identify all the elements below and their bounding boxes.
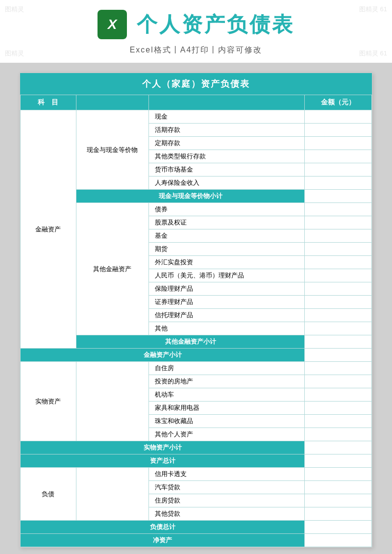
item-cash: 现金 [148,110,305,124]
net-assets-label: 净资产 [21,534,305,547]
amount-cell [305,256,372,269]
watermark-br: 图精灵 61 [359,49,387,58]
item-fixed-deposit: 定期存款 [148,137,305,150]
item-other-personal: 其他个人资产 [148,428,305,441]
item-stocks: 股票及权证 [148,216,305,229]
amount-cell [305,163,372,176]
doc-title: 个人（家庭）资产负债表 [20,73,372,95]
item-motor-vehicle: 机动车 [148,388,305,402]
excel-logo-text: X [108,17,117,32]
amount-cell [305,402,372,415]
item-life-insurance: 人寿保险金收入 [148,176,305,190]
subtotal-financial-amount [305,349,372,362]
amount-cell [305,362,372,375]
amount-cell [305,375,372,388]
subcategory-other-financial: 其他金融资产 [76,203,148,335]
subtotal-other-financial-amount [305,335,372,349]
amount-cell [305,216,372,229]
item-other-loans: 其他贷款 [148,507,305,521]
amount-cell [305,468,372,481]
amount-cell [305,494,372,507]
col-header-amount: 金额（元） [305,95,372,110]
table-row: 金融资产 现金与现金等价物 现金 [21,110,372,124]
subtotal-cash-amount [305,190,372,203]
category-liabilities: 负债 [21,468,76,521]
category-physical: 实物资产 [21,362,76,441]
amount-cell [305,229,372,243]
amount-cell [305,322,372,335]
amount-cell [305,203,372,216]
col-header-item [148,95,305,110]
item-securities-products: 证券理财产品 [148,296,305,309]
subtotal-financial-label: 金融资产小计 [21,349,305,362]
item-investment-property: 投资的房地产 [148,375,305,388]
amount-cell [305,137,372,150]
excel-logo: X [98,10,127,39]
item-other-financial: 其他 [148,322,305,335]
total-assets-row: 资产总计 [21,454,372,468]
net-assets-row: 净资产 [21,534,372,547]
table-row: 实物资产 自住房 [21,362,372,375]
document-wrapper: 个人（家庭）资产负债表 科 目 金额（元） 金融资产 现金与现金等价物 现金 活… [20,73,372,548]
item-rmb-products: 人民币（美元、港币）理财产品 [148,269,305,282]
item-insurance-products: 保险理财产品 [148,282,305,296]
amount-cell [305,150,372,163]
amount-cell [305,296,372,309]
amount-cell [305,176,372,190]
subtotal-other-financial-label: 其他金融资产小计 [76,335,305,349]
subtotal-physical-label: 实物资产小计 [21,441,305,454]
net-assets-amount [305,534,372,547]
col-header-category: 科 目 [21,95,76,110]
amount-cell [305,428,372,441]
main-title: 个人资产负债表 [137,11,294,38]
total-liabilities-row: 负债总计 [21,521,372,534]
amount-cell [305,282,372,296]
total-liabilities-label: 负债总计 [21,521,305,534]
amount-cell [305,481,372,494]
subcategory-cash: 现金与现金等价物 [76,110,148,190]
amount-cell [305,415,372,428]
subcategory-liabilities [76,468,148,521]
balance-sheet-table: 科 目 金额（元） 金融资产 现金与现金等价物 现金 活期存款 定期存款 [20,95,372,547]
amount-cell [305,124,372,137]
subtotal-financial-row: 金融资产小计 [21,349,372,362]
item-trust-products: 信托理财产品 [148,309,305,322]
subtotal-physical-amount [305,441,372,454]
col-header-subcategory [76,95,148,110]
item-funds: 基金 [148,229,305,243]
amount-cell [305,309,372,322]
item-mortgage: 住房贷款 [148,494,305,507]
item-own-house: 自住房 [148,362,305,375]
subtotal-physical-row: 实物资产小计 [21,441,372,454]
table-row: 负债 信用卡透支 [21,468,372,481]
subcategory-physical [76,362,148,441]
total-assets-label: 资产总计 [21,454,305,468]
amount-cell [305,243,372,256]
header-section: 图精灵 图精灵 61 X 个人资产负债表 Excel格式丨A4打印丨内容可修改 … [0,0,392,63]
item-furniture: 家具和家用电器 [148,402,305,415]
subtotal-cash-label: 现金与现金等价物小计 [76,190,305,203]
item-futures: 期货 [148,243,305,256]
item-jewelry: 珠宝和收藏品 [148,415,305,428]
item-money-market: 货币市场基金 [148,163,305,176]
item-demand-deposit: 活期存款 [148,124,305,137]
total-liabilities-amount [305,521,372,534]
amount-cell [305,507,372,521]
category-financial: 金融资产 [21,110,76,349]
amount-cell [305,269,372,282]
watermark-tr: 图精灵 61 [359,5,387,14]
item-bonds: 债券 [148,203,305,216]
header-top: X 个人资产负债表 [98,10,294,39]
watermark-bl: 图精灵 [5,49,24,58]
sub-title: Excel格式丨A4打印丨内容可修改 [130,45,263,55]
item-car-loan: 汽车贷款 [148,481,305,494]
amount-cell [305,388,372,402]
table-header-row: 科 目 金额（元） [21,95,372,110]
watermark-tl: 图精灵 [5,5,24,14]
item-forex: 外汇实盘投资 [148,256,305,269]
amount-cell [305,110,372,124]
item-credit-card: 信用卡透支 [148,468,305,481]
total-assets-amount [305,454,372,468]
item-other-bank-deposit: 其他类型银行存款 [148,150,305,163]
